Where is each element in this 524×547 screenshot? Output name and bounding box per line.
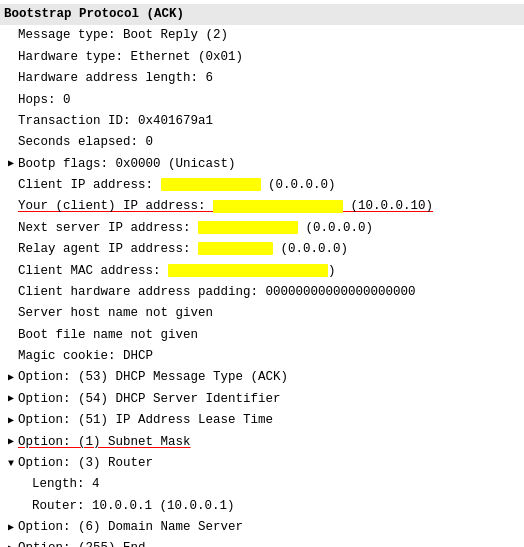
collapse-toggle-opt51[interactable]: ▶ <box>4 414 18 428</box>
magic-cookie-text: Magic cookie: DHCP <box>18 347 520 366</box>
line-opt54[interactable]: ▶ Option: (54) DHCP Server Identifier <box>0 389 524 410</box>
collapse-toggle-opt255[interactable]: ▶ <box>4 542 18 547</box>
line-hops: Hops: 0 <box>0 90 524 111</box>
line-client-mac: Client MAC address: ) <box>0 261 524 282</box>
relay-agent-ip-redacted <box>198 242 273 255</box>
opt3-router-text: Router: 10.0.0.1 (10.0.0.1) <box>32 497 520 516</box>
collapse-toggle-bootp[interactable]: ▶ <box>4 157 18 171</box>
client-mac-redacted <box>168 264 328 277</box>
collapse-toggle-opt53[interactable]: ▶ <box>4 371 18 385</box>
opt1-text: Option: (1) Subnet Mask <box>18 433 520 452</box>
line-server-hostname: Server host name not given <box>0 303 524 324</box>
header-line: Bootstrap Protocol (ACK) <box>0 4 524 25</box>
line-next-server-ip: Next server IP address: (0.0.0.0) <box>0 218 524 239</box>
server-hostname-text: Server host name not given <box>18 304 520 323</box>
line-client-ip: Client IP address: (0.0.0.0) <box>0 175 524 196</box>
seconds-text: Seconds elapsed: 0 <box>18 133 520 152</box>
line-seconds: Seconds elapsed: 0 <box>0 132 524 153</box>
line-boot-file: Boot file name not given <box>0 325 524 346</box>
opt255-text: Option: (255) End <box>18 539 520 547</box>
opt6-text: Option: (6) Domain Name Server <box>18 518 520 537</box>
line-opt1[interactable]: ▶ Option: (1) Subnet Mask <box>0 432 524 453</box>
collapse-toggle-opt1[interactable]: ▶ <box>4 435 18 449</box>
line-transaction-id: Transaction ID: 0x401679a1 <box>0 111 524 132</box>
hw-padding-text: Client hardware address padding: 0000000… <box>18 283 520 302</box>
your-ip-text: Your (client) IP address: (10.0.0.10) <box>18 197 520 216</box>
client-ip-text: Client IP address: (0.0.0.0) <box>18 176 520 195</box>
hw-type-text: Hardware type: Ethernet (0x01) <box>18 48 520 67</box>
line-magic-cookie: Magic cookie: DHCP <box>0 346 524 367</box>
hw-addr-len-text: Hardware address length: 6 <box>18 69 520 88</box>
relay-agent-ip-text: Relay agent IP address: (0.0.0.0) <box>18 240 520 259</box>
line-relay-agent-ip: Relay agent IP address: (0.0.0.0) <box>0 239 524 260</box>
line-your-ip: Your (client) IP address: (10.0.0.10) <box>0 196 524 217</box>
expand-toggle-opt3[interactable]: ▼ <box>4 457 18 471</box>
client-mac-text: Client MAC address: ) <box>18 262 520 281</box>
line-hw-type: Hardware type: Ethernet (0x01) <box>0 47 524 68</box>
collapse-toggle-opt6[interactable]: ▶ <box>4 521 18 535</box>
next-server-ip-redacted <box>198 221 298 234</box>
line-opt3-router: Router: 10.0.0.1 (10.0.0.1) <box>0 496 524 517</box>
collapse-toggle-opt54[interactable]: ▶ <box>4 392 18 406</box>
opt54-text: Option: (54) DHCP Server Identifier <box>18 390 520 409</box>
line-opt255[interactable]: ▶ Option: (255) End <box>0 538 524 547</box>
boot-file-text: Boot file name not given <box>18 326 520 345</box>
msg-type-text: Message type: Boot Reply (2) <box>18 26 520 45</box>
line-opt53[interactable]: ▶ Option: (53) DHCP Message Type (ACK) <box>0 367 524 388</box>
transaction-id-text: Transaction ID: 0x401679a1 <box>18 112 520 131</box>
opt53-text: Option: (53) DHCP Message Type (ACK) <box>18 368 520 387</box>
client-ip-redacted <box>161 178 261 191</box>
line-hw-padding: Client hardware address padding: 0000000… <box>0 282 524 303</box>
opt3-text: Option: (3) Router <box>18 454 520 473</box>
hops-text: Hops: 0 <box>18 91 520 110</box>
line-hw-addr-len: Hardware address length: 6 <box>0 68 524 89</box>
header-text: Bootstrap Protocol (ACK) <box>4 5 520 24</box>
next-server-ip-text: Next server IP address: (0.0.0.0) <box>18 219 520 238</box>
tree-view: Bootstrap Protocol (ACK) Message type: B… <box>0 0 524 547</box>
opt51-text: Option: (51) IP Address Lease Time <box>18 411 520 430</box>
bootp-flags-text: Bootp flags: 0x0000 (Unicast) <box>18 155 520 174</box>
line-msg-type: Message type: Boot Reply (2) <box>0 25 524 46</box>
line-opt51[interactable]: ▶ Option: (51) IP Address Lease Time <box>0 410 524 431</box>
your-ip-redacted <box>213 200 343 213</box>
line-opt6[interactable]: ▶ Option: (6) Domain Name Server <box>0 517 524 538</box>
line-opt3-length: Length: 4 <box>0 474 524 495</box>
line-bootp-flags[interactable]: ▶ Bootp flags: 0x0000 (Unicast) <box>0 154 524 175</box>
opt3-length-text: Length: 4 <box>32 475 520 494</box>
line-opt3[interactable]: ▼ Option: (3) Router <box>0 453 524 474</box>
